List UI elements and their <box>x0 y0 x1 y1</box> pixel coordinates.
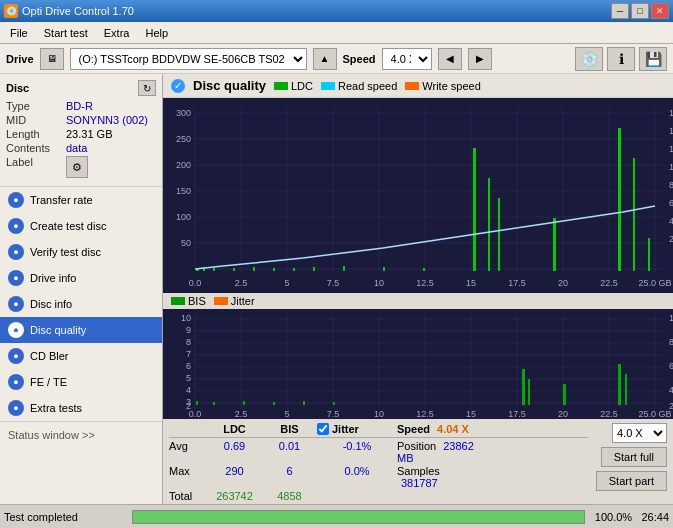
disc-label-label: Label <box>6 156 66 178</box>
jitter-checkbox[interactable] <box>317 423 329 435</box>
cd-bler-icon: ● <box>8 348 24 364</box>
bis-chart-svg: 10 9 8 7 6 5 4 3 2 10% 8% 6% 4% 2% <box>163 309 673 419</box>
nav-disc-quality-label: Disc quality <box>30 324 86 336</box>
total-label: Total <box>169 490 207 502</box>
svg-rect-55 <box>473 148 476 271</box>
svg-text:4 X: 4 X <box>669 216 673 226</box>
toolbar-icons: 💿 ℹ 💾 <box>575 47 667 71</box>
bis-label: BIS <box>188 295 206 307</box>
nav-fe-te[interactable]: ● FE / TE <box>0 369 162 395</box>
nav-cd-bler[interactable]: ● CD Bler <box>0 343 162 369</box>
info-icon-btn[interactable]: ℹ <box>607 47 635 71</box>
drive-select[interactable]: (O:) TSSTcorp BDDVDW SE-506CB TS02 <box>70 48 307 70</box>
disc-type-label: Type <box>6 100 66 112</box>
bis-legend: BIS <box>171 295 206 307</box>
svg-rect-118 <box>625 374 627 405</box>
sidebar: Disc ↻ Type BD-R MID SONYNN3 (002) Lengt… <box>0 74 163 504</box>
drive-icon-btn[interactable]: 🖥 <box>40 48 64 70</box>
svg-text:20: 20 <box>558 409 568 419</box>
maximize-button[interactable]: □ <box>631 3 649 19</box>
nav-disc-info[interactable]: ● Disc info <box>0 291 162 317</box>
nav-transfer-rate-label: Transfer rate <box>30 194 93 206</box>
read-speed-legend: Read speed <box>321 80 397 92</box>
disc-icon-btn[interactable]: 💿 <box>575 47 603 71</box>
speed-prev-btn[interactable]: ◀ <box>438 48 462 70</box>
disc-label-icon-btn[interactable]: ⚙ <box>66 156 88 178</box>
svg-text:12 X: 12 X <box>669 144 673 154</box>
svg-text:2.5: 2.5 <box>235 278 248 288</box>
svg-rect-59 <box>618 128 621 271</box>
bis-chart-header: BIS Jitter <box>163 293 673 309</box>
speed-control-select[interactable]: 4.0 X <box>612 423 667 443</box>
svg-text:15: 15 <box>466 278 476 288</box>
svg-rect-53 <box>383 267 385 271</box>
minimize-button[interactable]: ─ <box>611 3 629 19</box>
ldc-color <box>274 82 288 90</box>
sidebar-nav: ● Transfer rate ● Create test disc ● Ver… <box>0 187 162 504</box>
transfer-rate-icon: ● <box>8 192 24 208</box>
disc-contents-value: data <box>66 142 87 154</box>
status-time: 26:44 <box>641 511 669 523</box>
menu-bar: File Start test Extra Help <box>0 22 673 44</box>
menu-file[interactable]: File <box>4 25 34 41</box>
start-full-button[interactable]: Start full <box>601 447 667 467</box>
svg-text:0.0: 0.0 <box>189 278 202 288</box>
nav-extra-tests[interactable]: ● Extra tests <box>0 395 162 421</box>
menu-start-test[interactable]: Start test <box>38 25 94 41</box>
speed-next-btn[interactable]: ▶ <box>468 48 492 70</box>
chart-header: ✓ Disc quality LDC Read speed Write spee… <box>163 74 673 98</box>
svg-text:0.0: 0.0 <box>189 409 202 419</box>
svg-rect-51 <box>313 267 315 271</box>
svg-text:6: 6 <box>186 361 191 371</box>
progress-bar-container <box>132 510 585 524</box>
nav-verify-test-disc[interactable]: ● Verify test disc <box>0 239 162 265</box>
stats-empty <box>169 423 207 435</box>
nav-status-window[interactable]: Status window >> <box>0 421 162 447</box>
disc-refresh-btn[interactable]: ↻ <box>138 80 156 96</box>
main-content: Disc ↻ Type BD-R MID SONYNN3 (002) Lengt… <box>0 74 673 504</box>
close-button[interactable]: ✕ <box>651 3 669 19</box>
save-icon-btn[interactable]: 💾 <box>639 47 667 71</box>
nav-transfer-rate[interactable]: ● Transfer rate <box>0 187 162 213</box>
svg-text:5: 5 <box>284 409 289 419</box>
write-color <box>405 82 419 90</box>
disc-mid-value: SONYNN3 (002) <box>66 114 148 126</box>
total-row: Total 263742 4858 <box>169 490 588 502</box>
svg-text:8: 8 <box>186 337 191 347</box>
speed-select-area: 4.0 X <box>612 423 667 443</box>
svg-rect-57 <box>498 198 500 271</box>
menu-extra[interactable]: Extra <box>98 25 136 41</box>
extra-tests-icon: ● <box>8 400 24 416</box>
app-icon: 💿 <box>4 4 18 18</box>
start-part-button[interactable]: Start part <box>596 471 667 491</box>
svg-rect-61 <box>648 238 650 271</box>
samples-area: Samples 381787 <box>397 465 477 489</box>
app-window: 💿 Opti Drive Control 1.70 ─ □ ✕ File Sta… <box>0 0 673 528</box>
fe-te-icon: ● <box>8 374 24 390</box>
disc-quality-icon: ● <box>8 322 24 338</box>
drive-eject-btn[interactable]: ▲ <box>313 48 337 70</box>
svg-text:7: 7 <box>186 349 191 359</box>
nav-drive-info[interactable]: ● Drive info <box>0 265 162 291</box>
svg-text:5: 5 <box>284 278 289 288</box>
ldc-legend: LDC <box>274 80 313 92</box>
svg-text:250: 250 <box>176 134 191 144</box>
svg-rect-112 <box>303 401 305 405</box>
svg-text:100: 100 <box>176 212 191 222</box>
svg-rect-56 <box>488 178 490 271</box>
svg-text:25.0 GB: 25.0 GB <box>638 278 671 288</box>
svg-rect-48 <box>253 267 255 271</box>
nav-create-test-disc[interactable]: ● Create test disc <box>0 213 162 239</box>
svg-rect-49 <box>273 268 275 271</box>
svg-text:50: 50 <box>181 238 191 248</box>
menu-help[interactable]: Help <box>139 25 174 41</box>
svg-text:7.5: 7.5 <box>327 278 340 288</box>
nav-disc-quality[interactable]: ● Disc quality <box>0 317 162 343</box>
svg-rect-58 <box>553 218 556 271</box>
speed-select[interactable]: 4.0 X <box>382 48 432 70</box>
ldc-chart-svg: 300 250 200 150 100 50 16 X 14 X 12 X 10… <box>163 98 673 293</box>
stats-section: LDC BIS Jitter Speed 4.04 X <box>163 419 673 504</box>
create-test-disc-icon: ● <box>8 218 24 234</box>
status-window-label: Status window >> <box>8 429 95 441</box>
bis-avg: 0.01 <box>262 440 317 464</box>
